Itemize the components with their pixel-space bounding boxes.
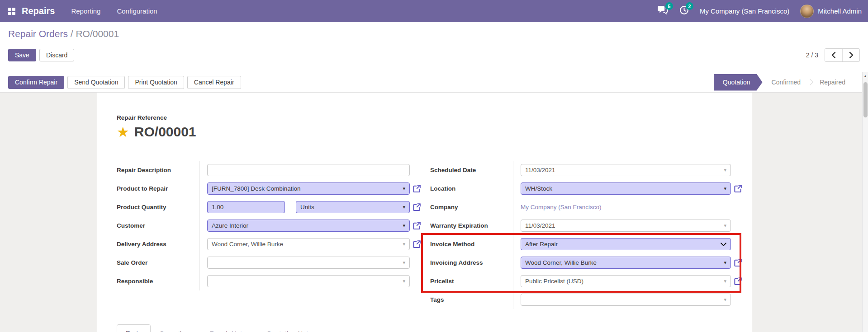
pager-count: 2 / 3 <box>806 51 818 59</box>
vertical-scrollbar[interactable]: ▲ <box>862 72 868 332</box>
invoicing-address-input[interactable]: Wood Corner, Willie Burke ▾ <box>521 257 731 269</box>
tab-parts[interactable]: Parts <box>117 324 151 332</box>
chevron-right-icon <box>850 52 853 58</box>
product-uom-input[interactable]: Units ▾ <box>296 201 410 213</box>
tab-quotation-notes[interactable]: Quotation Notes <box>258 325 324 332</box>
right-field-column: Scheduled Date 11/03/2021 ▾ Location WH/… <box>430 161 742 309</box>
form-sheet: Repair Reference ★ RO/00001 Repair Descr… <box>97 93 752 332</box>
sale-order-input[interactable]: ▾ <box>207 257 410 269</box>
save-button[interactable]: Save <box>8 49 36 61</box>
messages-count-badge: 5 <box>665 2 673 10</box>
dropdown-caret-icon: ▾ <box>724 278 726 284</box>
select-chevron-icon <box>721 243 726 246</box>
dropdown-caret-icon: ▾ <box>403 278 405 284</box>
field-label: Location <box>430 185 513 192</box>
field-label: Invoicing Address <box>430 259 513 266</box>
delivery-address-input[interactable]: Wood Corner, Willie Burke ▾ <box>207 238 410 250</box>
external-link-icon[interactable] <box>734 184 742 193</box>
field-row-company: Company My Company (San Francisco) <box>430 198 742 216</box>
menu-configuration[interactable]: Configuration <box>117 7 157 15</box>
external-link-icon[interactable] <box>413 240 421 248</box>
external-link-icon[interactable] <box>734 277 742 285</box>
field-label: Warranty Expiration <box>430 222 513 229</box>
dropdown-caret-icon: ▾ <box>403 186 405 192</box>
field-label: Scheduled Date <box>430 167 513 173</box>
product-to-repair-input[interactable]: [FURN_7800] Desk Combination ▾ <box>207 182 410 195</box>
field-row-invoice-method: Invoice Method After Repair <box>430 235 742 253</box>
external-link-icon[interactable] <box>413 184 421 193</box>
field-label: Invoice Method <box>430 241 513 248</box>
warranty-expiration-input[interactable]: 11/03/2021 ▾ <box>521 220 731 232</box>
activities-clock-icon[interactable]: 2 <box>679 5 689 17</box>
tab-operations[interactable]: Operations <box>151 325 201 332</box>
status-steps: Quotation Confirmed Repaired <box>714 74 854 91</box>
scheduled-date-input[interactable]: 11/03/2021 ▾ <box>521 164 731 176</box>
pager-previous-button[interactable] <box>825 49 842 61</box>
responsible-input[interactable]: ▾ <box>207 275 410 287</box>
breadcrumb-parent-link[interactable]: Repair Orders <box>8 28 68 39</box>
field-row-product-quantity: Product Quantity 1.00 Units ▾ <box>117 198 421 216</box>
control-panel: Repair Orders / RO/00001 Save Discard 2 … <box>0 22 868 72</box>
status-step-quotation[interactable]: Quotation <box>714 74 763 91</box>
field-row-scheduled-date: Scheduled Date 11/03/2021 ▾ <box>430 161 742 179</box>
status-step-confirmed[interactable]: Confirmed <box>763 79 810 86</box>
field-row-delivery-address: Delivery Address Wood Corner, Willie Bur… <box>117 235 421 253</box>
apps-grid-icon[interactable] <box>8 8 15 15</box>
user-avatar <box>800 5 814 18</box>
dropdown-caret-icon: ▾ <box>403 204 405 210</box>
external-link-icon[interactable] <box>413 221 421 230</box>
dropdown-caret-icon: ▾ <box>403 241 405 247</box>
field-row-location: Location WH/Stock ▾ <box>430 179 742 198</box>
menu-reporting[interactable]: Reporting <box>71 7 100 15</box>
scroll-up-icon[interactable]: ▲ <box>863 72 868 79</box>
dropdown-caret-icon: ▾ <box>403 223 405 229</box>
tags-input[interactable]: ▾ <box>521 294 731 306</box>
status-step-repaired[interactable]: Repaired <box>811 79 854 86</box>
field-label: Delivery Address <box>117 241 199 248</box>
discard-button[interactable]: Discard <box>39 49 74 61</box>
breadcrumb: Repair Orders / RO/00001 <box>8 27 860 41</box>
company-switcher[interactable]: My Company (San Francisco) <box>700 7 789 15</box>
external-link-icon[interactable] <box>413 203 421 211</box>
breadcrumb-separator: / <box>68 28 76 39</box>
tab-repair-notes[interactable]: Repair Notes <box>201 325 258 332</box>
field-label: Pricelist <box>430 278 513 285</box>
pricelist-input[interactable]: Public Pricelist (USD) ▾ <box>521 275 731 287</box>
field-label: Product Quantity <box>117 204 199 210</box>
field-label: Sale Order <box>117 259 199 266</box>
notebook-tabs: Parts Operations Repair Notes Quotation … <box>117 324 752 332</box>
user-name: Mitchell Admin <box>818 7 862 15</box>
scrollbar-thumb[interactable] <box>863 82 868 117</box>
field-row-pricelist: Pricelist Public Pricelist (USD) ▾ <box>430 272 742 290</box>
send-quotation-button[interactable]: Send Quotation <box>67 76 125 89</box>
print-quotation-button[interactable]: Print Quotation <box>128 76 184 89</box>
dropdown-caret-icon: ▾ <box>724 260 726 266</box>
customer-input[interactable]: Azure Interior ▾ <box>207 220 410 232</box>
repair-description-input[interactable] <box>207 164 410 176</box>
activities-count-badge: 2 <box>686 2 693 10</box>
field-row-sale-order: Sale Order ▾ <box>117 253 421 272</box>
app-title[interactable]: Repairs <box>22 6 55 16</box>
field-label: Company <box>430 204 513 210</box>
field-label: Tags <box>430 296 513 303</box>
field-label: Product to Repair <box>117 185 199 192</box>
cancel-repair-button[interactable]: Cancel Repair <box>187 76 241 89</box>
external-link-icon[interactable] <box>734 258 742 267</box>
field-label: Repair Description <box>117 167 199 173</box>
location-input[interactable]: WH/Stock ▾ <box>521 182 731 195</box>
confirm-repair-button[interactable]: Confirm Repair <box>8 76 64 89</box>
dropdown-caret-icon: ▾ <box>724 186 726 192</box>
top-navbar: Repairs Reporting Configuration 5 2 My C… <box>0 0 868 22</box>
field-row-invoicing-address: Invoicing Address Wood Corner, Willie Bu… <box>430 253 742 272</box>
dropdown-caret-icon: ▾ <box>724 167 726 173</box>
field-label: Responsible <box>117 278 199 285</box>
messages-icon[interactable]: 5 <box>657 5 669 17</box>
favorite-star-icon[interactable]: ★ <box>117 125 129 139</box>
company-link[interactable]: My Company (San Francisco) <box>521 204 602 210</box>
dropdown-caret-icon: ▾ <box>724 223 726 229</box>
user-menu[interactable]: Mitchell Admin <box>800 5 862 18</box>
field-row-tags: Tags ▾ <box>430 290 742 309</box>
pager-next-button[interactable] <box>842 49 859 61</box>
product-quantity-input[interactable]: 1.00 <box>207 201 285 213</box>
invoice-method-select[interactable]: After Repair <box>521 238 731 250</box>
